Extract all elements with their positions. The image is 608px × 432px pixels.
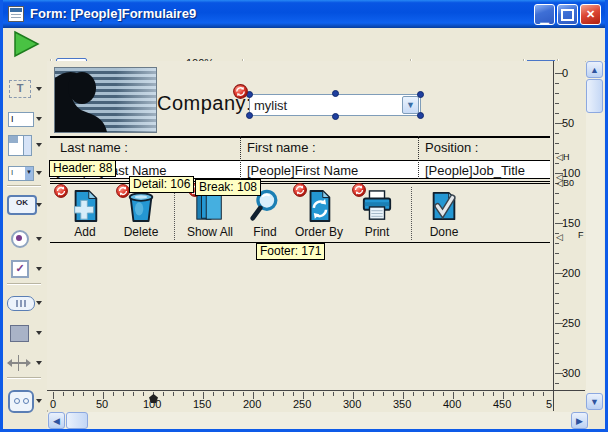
object-badge[interactable] [54, 184, 68, 198]
button-label: Done [416, 225, 472, 239]
marker-tag-break[interactable]: Break: 108 [195, 179, 261, 196]
field-tool[interactable]: I [3, 107, 47, 131]
rectangle-tool-icon [10, 325, 29, 342]
marker-tag-header[interactable]: Header: 88 [49, 160, 116, 177]
minimize-icon: ▁ [540, 12, 548, 25]
button-tool-icon: OK [7, 195, 37, 215]
column-header[interactable]: Position : [425, 140, 478, 155]
button-label: Show All [182, 225, 238, 239]
selection-handle[interactable] [332, 90, 339, 97]
close-icon: ✕ [586, 8, 595, 21]
window-title: Form: [People]Formulaire9 [30, 6, 196, 21]
order-by-icon [303, 189, 335, 223]
marker-tag-detail[interactable]: Detail: 106 [129, 176, 194, 193]
object-badge[interactable] [116, 184, 130, 198]
scroll-left-button[interactable]: ◀ [48, 412, 65, 429]
vertical-scroll-thumb[interactable] [586, 79, 603, 113]
plugin-area-tool-icon [8, 390, 34, 413]
radio-button-tool[interactable] [3, 227, 47, 251]
vertical-ruler[interactable]: 0 50 100 150 200 250 300 ◁H ◁ ◁B0 ◁ F [553, 61, 585, 410]
form-window-icon [8, 6, 24, 22]
title-bar[interactable]: Form: [People]Formulaire9 ▁ ✕ [0, 0, 608, 28]
scroll-up-button[interactable]: ▲ [586, 61, 603, 78]
company-combobox[interactable]: mylist ▼ [249, 94, 421, 116]
run-form-button[interactable] [11, 30, 41, 62]
silhouette-icon [55, 68, 156, 132]
footer-marker-label: F [578, 230, 584, 240]
column-divider [418, 136, 419, 179]
ruler-label: 50 [562, 117, 574, 129]
ruler-label: 200 [562, 267, 580, 279]
combobox-tool[interactable]: I▼ [3, 161, 47, 185]
plugin-area-tool[interactable] [3, 389, 47, 413]
ruler-label: 300 [562, 367, 580, 379]
object-badge[interactable] [352, 183, 366, 197]
horizontal-scroll-thumb[interactable] [66, 412, 88, 429]
done-button-object[interactable]: Done [416, 189, 472, 239]
person-photo[interactable] [54, 67, 157, 133]
radio-tool-icon [11, 230, 29, 248]
done-icon [428, 189, 460, 223]
break-marker-arrow[interactable]: ◁B0 [556, 178, 574, 188]
object-badge[interactable] [233, 84, 248, 99]
form-canvas[interactable]: Company: mylist ▼ Last name : First name… [47, 61, 553, 390]
scroll-right-button[interactable]: ▶ [571, 412, 588, 429]
ruler-label: 0 [562, 67, 568, 79]
selection-handle[interactable] [417, 112, 424, 119]
footer-marker-arrow[interactable]: ◁ [556, 232, 563, 242]
object-tool-palette: T I I▼ OK ✓ [3, 61, 48, 429]
arrow-right-icon: ▶ [576, 416, 583, 426]
marker-tag-footer[interactable]: Footer: 171 [256, 243, 325, 260]
close-button[interactable]: ✕ [580, 4, 601, 25]
ruler-label: 0 [50, 398, 56, 410]
header-marker-arrow[interactable]: ◁H [556, 152, 569, 162]
maximize-button[interactable] [557, 4, 578, 25]
maximize-icon [561, 9, 574, 21]
toolbar: 100% ◀ 1/1 ▶ [3, 28, 605, 62]
combobox-value: mylist [254, 98, 287, 113]
column-header[interactable]: First name : [247, 140, 316, 155]
splitter-tool-icon [8, 355, 30, 371]
find-button-object[interactable]: Find [237, 189, 293, 239]
combobox-dropdown-button[interactable]: ▼ [402, 96, 419, 114]
checkbox-tool-icon: ✓ [11, 260, 29, 278]
field-object[interactable]: [People]First Name [247, 163, 358, 178]
detail-line [50, 181, 550, 182]
selection-handle[interactable] [417, 91, 424, 98]
ruler-label: 350 [393, 398, 411, 410]
selection-handle[interactable] [332, 113, 339, 120]
button-label: Delete [113, 225, 169, 239]
ruler-label: 150 [193, 398, 211, 410]
rectangle-tool[interactable] [3, 321, 47, 345]
column-header[interactable]: Last name : [60, 140, 128, 155]
object-badge[interactable] [293, 183, 307, 197]
listbox-tool[interactable] [3, 133, 47, 157]
field-object[interactable]: [People]Job_Title [425, 163, 525, 178]
ruler-label: 450 [493, 398, 511, 410]
vertical-scrollbar[interactable]: ▲ ▼ [586, 61, 604, 410]
add-icon [69, 189, 101, 223]
minimize-button[interactable]: ▁ [534, 4, 555, 25]
button-label: Print [349, 225, 405, 239]
ruler-label: 250 [293, 398, 311, 410]
button-group-divider [411, 187, 412, 240]
ruler-label: 300 [343, 398, 361, 410]
combobox-tool-icon: I▼ [8, 166, 34, 181]
button-grid-tool[interactable] [3, 291, 47, 315]
form-editor-window: Form: [People]Formulaire9 ▁ ✕ 100% [0, 0, 608, 432]
horizontal-ruler[interactable]: 0 50 100 150 200 250 300 350 400 450 5 [47, 390, 585, 410]
selection-handle[interactable] [246, 112, 253, 119]
listbox-tool-icon [8, 135, 32, 156]
button-tool[interactable]: OK [3, 193, 47, 217]
horizontal-scrollbar[interactable]: ◀ ▶ [47, 412, 589, 429]
text-tool[interactable]: T [3, 77, 47, 101]
checkbox-tool[interactable]: ✓ [3, 257, 47, 281]
button-group-divider [174, 187, 175, 240]
scroll-down-button[interactable]: ▼ [586, 393, 603, 410]
splitter-tool[interactable] [3, 351, 47, 375]
arrow-up-icon: ▲ [590, 65, 599, 75]
ruler-label: 200 [243, 398, 261, 410]
ruler-label: 400 [443, 398, 461, 410]
ruler-label: 250 [562, 317, 580, 329]
chevron-down-icon: ▼ [406, 100, 415, 110]
